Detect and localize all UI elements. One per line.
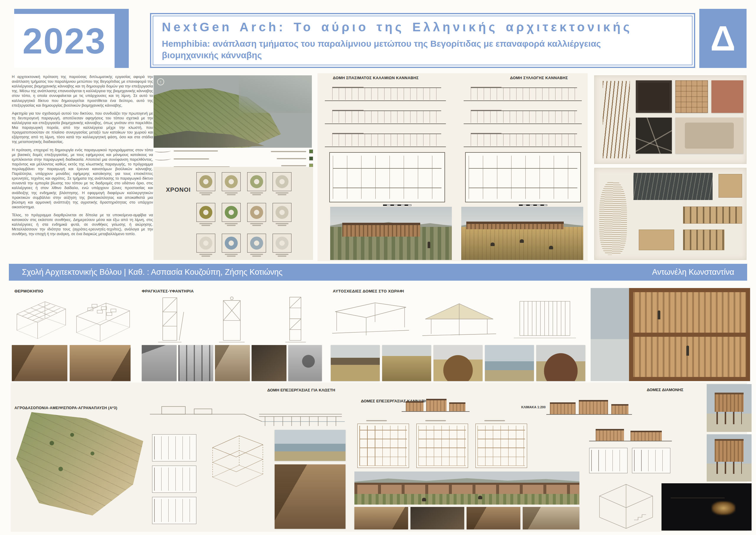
poster-title: NextGen Arch: Το αύριο της Ελληνικής αρχ… (162, 20, 683, 34)
school-credit: Σχολή Αρχιτεκτονικής Βόλου | Καθ. : Ασπα… (22, 268, 283, 277)
field-photo (536, 345, 585, 381)
agroforestry-label: ΑΓΡΟΔΑΣΟΠΟΝΙΑ-ΑΜΕΙΨΙΣΠΟΡΑ-ΑΓΡΑΝΑΠΑΥΣΗ (Α… (14, 406, 117, 410)
small-plan-drawing (152, 497, 196, 524)
legend-swatch (309, 156, 313, 160)
scale-label: ΚΛΙΜΑΚΑ 1:200 (521, 405, 546, 409)
timber-floor-slab (629, 333, 750, 337)
student-credit: Αντωνέλη Κωνσταντίνα (652, 268, 734, 277)
exploded-axonometric-drawing (204, 430, 269, 489)
interior-render-photo (275, 465, 345, 529)
greenhouse-photo (12, 345, 67, 381)
hemp-stalks-photo (603, 81, 630, 158)
residence-label: ΔΟΜΕΣ ΔΙΑΜΟΝΗΣ (647, 388, 683, 392)
field-photo (331, 345, 380, 381)
pier-photo (275, 430, 345, 461)
intro-text-column: Η αρχιτεκτονική πρόταση της παρούσας διπ… (12, 74, 153, 264)
chronoi-diagram (222, 234, 241, 257)
breaking-structure-label: ΔΟΜΗ ΣΠΑΣΙΜΑΤΟΣ ΚΑΛΑΜΙΩΝ ΚΑΝΝΑΒΗΣ (333, 76, 419, 80)
weaving-label: ΦΡΑΓΚΙΑΤΕΣ-ΥΦΑΝΤΗΡΙΑ (142, 289, 194, 293)
pier-section-drawing (149, 393, 345, 429)
archive-photo (252, 345, 286, 381)
archive-photo (178, 345, 213, 381)
competition-poster: 2023 NextGen Arch: Το αύριο της Ελληνική… (0, 0, 756, 535)
sample-box (636, 118, 672, 154)
plan-caption (425, 420, 446, 421)
plan-caption (484, 420, 505, 421)
thread-processing-label: ΔΟΜΗ ΕΠΕΞΕΡΓΑΣΙΑΣ ΓΙΑ ΚΛΩΣΤΗ (267, 388, 335, 392)
competition-logo: Δ (699, 9, 746, 68)
loom-tower-drawing (145, 295, 195, 343)
legend-text (174, 158, 209, 159)
materials-board-models (594, 168, 746, 260)
cardboard-model-piece (639, 230, 674, 250)
elevation-drawing (546, 395, 632, 415)
legend-line-icon (155, 157, 171, 160)
chronoi-diagram (196, 234, 215, 257)
dried-grass-bundle (599, 181, 627, 255)
intro-paragraph: Η αρχιτεκτονική πρόταση της παρούσας διπ… (12, 74, 153, 108)
field-photo (434, 345, 482, 381)
legend-entry (260, 150, 313, 153)
year-box: 2023 (14, 14, 115, 68)
residence-elevation-drawing (589, 422, 672, 441)
floor-plan (329, 152, 445, 202)
reed-wall-drawing (508, 296, 582, 343)
legend-text (277, 158, 306, 159)
chronoi-diagram (273, 203, 291, 226)
sample-box (636, 80, 672, 113)
field-photo (382, 345, 431, 381)
elevation-drawing (402, 393, 470, 412)
year-box-side-bar (115, 14, 129, 68)
legend-text (281, 165, 306, 166)
aerial-site-photo: ↑ (153, 75, 312, 148)
field-photo (485, 345, 534, 381)
greenhouse-axonometric-drawing (72, 296, 131, 343)
legend-entry (155, 157, 209, 160)
cardboard-model-piece (683, 207, 742, 224)
collection-structure-label: ΔΟΜΗ ΣΥΛΛΟΓΗΣ ΚΑΝΝΑΒΗΣ (510, 76, 568, 80)
legend-entry (155, 150, 218, 153)
plan-caption (366, 420, 387, 421)
sample-box (675, 118, 743, 154)
lit-window (712, 501, 735, 515)
scale-bar (519, 205, 547, 206)
cabin-render-photo (707, 434, 752, 482)
sample-box (675, 80, 708, 113)
chronoi-diagram (273, 234, 291, 257)
chronoi-diagram (222, 203, 241, 226)
render-photo-hemp-building (330, 207, 452, 260)
chronoi-diagram (196, 203, 215, 226)
chronoi-grid (196, 172, 291, 257)
field-canopy-drawing (331, 296, 411, 343)
residence-plan-drawing (632, 448, 670, 473)
processing-plan-drawing (417, 424, 468, 468)
year-box-top-bar (14, 9, 129, 14)
render-photo-timber-structure (591, 288, 750, 381)
cabin-render-photo (707, 384, 752, 432)
credits-bar: Σχολή Αρχιτεκτονικής Βόλου | Καθ. : Ασπα… (9, 264, 747, 281)
chronoi-diagram (247, 172, 266, 195)
archive-photo (215, 345, 250, 381)
materials-board-samples (594, 75, 746, 164)
chronoi-diagram (247, 234, 266, 257)
improvised-structures-label: ΑΥΤΟΣΧΕΔΙΕΣ ΔΟΜΕΣ ΣΤΟ ΧΩΡΑΦΙ (333, 289, 404, 293)
intro-paragraph: Αφετηρία για τον σχεδιασμό αυτού του δικ… (12, 111, 153, 145)
interior-render-photo (523, 507, 580, 529)
interior-render-photo (411, 507, 464, 529)
north-arrow-icon: ↑ (157, 78, 164, 85)
interior-render-photo (354, 507, 408, 529)
section-drawing (464, 105, 582, 124)
chronoi-title: ΧΡΟΝΟΙ (166, 186, 191, 193)
legend-swatch (309, 150, 313, 153)
residence-axonometric-drawing (589, 477, 663, 531)
poster-subtitle: Hemphibia: ανάπλαση τμήματος του παραλίμ… (162, 38, 623, 61)
chronoi-diagram (247, 203, 266, 226)
section-drawing (325, 82, 446, 101)
night-render-photo (662, 483, 752, 531)
scale-bar (383, 205, 411, 206)
chronoi-panel: ΧΡΟΝΟΙ (153, 167, 313, 260)
legend-text (271, 151, 306, 152)
archive-photo (288, 345, 322, 381)
chronoi-diagram (273, 172, 291, 195)
processing-plan-drawing (475, 424, 527, 468)
